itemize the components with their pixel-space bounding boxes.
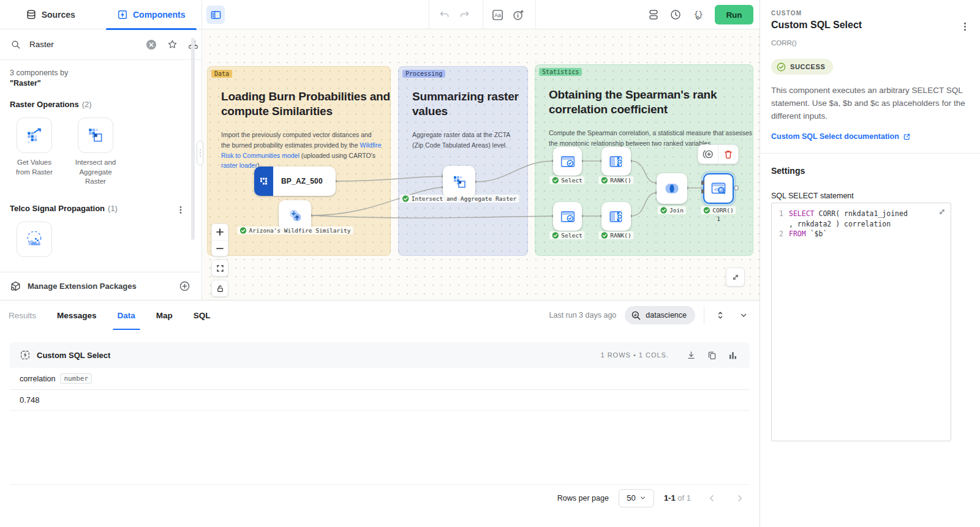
redo-button[interactable]	[456, 6, 474, 24]
add-extension-button[interactable]	[177, 279, 192, 294]
canvas-controls	[211, 223, 228, 300]
info-plus-icon	[512, 9, 525, 21]
component-category: CUSTOM	[771, 10, 802, 17]
tab-sources[interactable]: Sources	[0, 0, 101, 29]
sidebar-resize-handle[interactable]	[197, 141, 203, 165]
versions-button[interactable]	[644, 6, 663, 24]
corr-input-port-b[interactable]	[701, 189, 704, 193]
node-select-2[interactable]	[553, 202, 582, 231]
workflow-canvas[interactable]: Data Loading Burn Probabilities and comp…	[203, 29, 760, 300]
node-corr-selected[interactable]: <>	[703, 173, 734, 204]
run-button[interactable]: Run	[715, 5, 753, 24]
copy-button[interactable]	[704, 348, 719, 362]
toolbar-divider	[429, 0, 429, 29]
table-row[interactable]: 0.748	[10, 390, 750, 411]
collapse-panel-button[interactable]	[736, 308, 751, 323]
panel-layout-icon	[210, 9, 222, 21]
node-label-select-2: Select	[549, 231, 584, 239]
panel-toggle-button[interactable]	[206, 6, 225, 24]
sidebar-scrollbar[interactable]	[191, 38, 195, 240]
node-rank-2[interactable]	[601, 202, 631, 231]
node-action-toolbar	[698, 144, 739, 164]
clear-search-button[interactable]	[144, 37, 159, 52]
component-label: Get Values from Raster	[10, 158, 59, 177]
corr-input-port-a[interactable]	[701, 181, 704, 185]
rows-per-page-select[interactable]: 50	[619, 489, 654, 507]
tab-components[interactable]: Components	[101, 0, 202, 29]
duplicate-node-button[interactable]	[698, 145, 718, 163]
tab-results[interactable]: Results	[9, 301, 36, 330]
delete-node-button[interactable]	[718, 145, 738, 163]
component-telco-signal[interactable]	[10, 222, 59, 257]
component-more-button[interactable]	[957, 18, 973, 34]
manage-extensions-label[interactable]: Manage Extension Packages	[28, 282, 171, 291]
add-info-button[interactable]	[509, 6, 527, 24]
undo-button[interactable]	[435, 6, 453, 24]
section-divider	[760, 153, 980, 154]
node-rank-1[interactable]	[601, 147, 631, 176]
download-button[interactable]	[684, 348, 698, 362]
external-link-icon	[903, 133, 911, 141]
code-settings-button[interactable]: {}	[688, 6, 707, 24]
search-summary-line2: "Raster"	[10, 79, 192, 88]
group-title: Telco Signal Propagation	[10, 204, 105, 213]
check-icon	[552, 177, 559, 184]
sql-editor[interactable]: 1 SELECT CORR( rnkdata1_joined , rnkdata…	[771, 203, 951, 441]
history-button[interactable]	[666, 6, 685, 24]
check-icon	[402, 195, 409, 202]
zoom-out-button[interactable]	[212, 240, 228, 256]
node-label-text: CORR()	[712, 207, 733, 214]
previous-page-button[interactable]	[704, 491, 719, 506]
search-input[interactable]	[29, 40, 138, 49]
zoom-in-button[interactable]	[212, 224, 228, 240]
fit-view-button[interactable]	[212, 260, 228, 276]
node-source-table[interactable]: BP_AZ_500	[254, 166, 336, 196]
node-label-text: Arizona's Wildfire Similarity	[249, 227, 351, 234]
favorites-filter-button[interactable]	[165, 37, 179, 52]
svg-text:{: {	[693, 10, 698, 19]
group-more-button[interactable]	[173, 203, 188, 217]
text-annotation-button[interactable]: Aa	[488, 6, 507, 24]
node-join[interactable]	[657, 173, 687, 204]
braces-gear-icon: {}	[692, 9, 704, 21]
node-intersect-aggregate[interactable]	[443, 166, 475, 198]
chart-view-button[interactable]	[725, 348, 740, 362]
intersect-raster-icon	[86, 126, 105, 144]
component-label: Intersect and Aggregate Raster	[71, 158, 120, 187]
chevron-down-icon	[639, 495, 646, 501]
workflow-app: Sources Components Aa	[0, 0, 980, 527]
database-icon	[26, 9, 37, 20]
lock-button[interactable]	[212, 280, 228, 296]
component-intersect-aggregate-raster[interactable]: Intersect and Aggregate Raster	[71, 118, 120, 187]
select-icon	[560, 154, 576, 170]
results-panel: Results Messages Data Map SQL Last run 3…	[0, 300, 760, 527]
node-label-text: Select	[561, 177, 582, 184]
custom-sql-icon: <>	[710, 180, 727, 197]
sidebar-tabs: Sources Components	[0, 0, 202, 29]
tab-messages[interactable]: Messages	[57, 301, 97, 330]
documentation-link-text: Custom SQL Select documentation	[771, 132, 899, 141]
component-icon	[20, 349, 31, 361]
expand-editor-button[interactable]	[938, 208, 946, 215]
page-range-text: 1-1 of 1	[664, 493, 691, 503]
results-tab-bar: Results Messages Data Map SQL Last run 3…	[0, 301, 760, 330]
tab-map[interactable]: Map	[156, 301, 173, 330]
documentation-link[interactable]: Custom SQL Select documentation	[771, 132, 911, 141]
component-description: This component executes an arbitrary SEL…	[771, 84, 971, 123]
raster-operations-cards: Get Values from Raster Intersect and Agg…	[10, 118, 192, 187]
package-icon	[10, 280, 21, 292]
results-table-header: Custom SQL Select 1 ROWS • 1 COLS.	[10, 342, 750, 368]
node-select-1[interactable]	[553, 147, 582, 176]
panel-divider	[704, 306, 704, 324]
run-button-label: Run	[726, 10, 742, 20]
resize-panel-button[interactable]	[713, 308, 728, 323]
component-get-values-from-raster[interactable]: Get Values from Raster	[10, 118, 59, 187]
expand-canvas-button[interactable]	[726, 267, 745, 286]
component-list: 3 components by "Raster" Raster Operatio…	[0, 60, 202, 257]
connection-badge[interactable]: datascience	[625, 306, 695, 324]
component-search-row	[0, 29, 202, 60]
tab-data[interactable]: Data	[118, 301, 135, 330]
next-page-button[interactable]	[733, 491, 747, 506]
tab-sql[interactable]: SQL	[194, 301, 211, 330]
tab-sources-label: Sources	[42, 10, 75, 20]
